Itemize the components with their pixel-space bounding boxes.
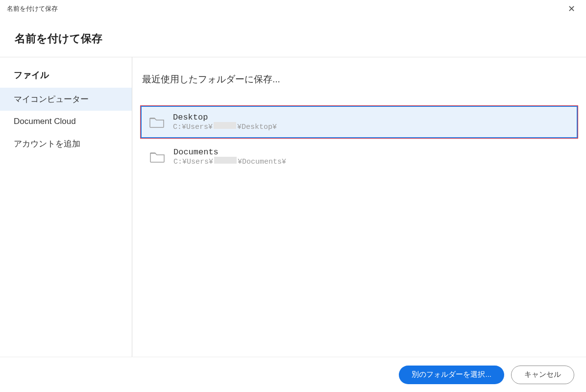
- folder-name: Documents: [173, 147, 286, 157]
- folder-path-suffix: ¥Documents¥: [238, 158, 286, 166]
- sidebar: ファイル マイコンピューター Document Cloud アカウントを追加: [0, 57, 132, 357]
- sidebar-item-document-cloud[interactable]: Document Cloud: [0, 111, 132, 132]
- folder-path-prefix: C:¥Users¥: [173, 158, 213, 166]
- sidebar-item-add-account[interactable]: アカウントを追加: [0, 132, 132, 155]
- folder-path-prefix: C:¥Users¥: [173, 123, 213, 131]
- folder-name: Desktop: [173, 113, 277, 122]
- dialog-heading-wrap: 名前を付けて保存: [0, 18, 586, 57]
- folders-list: Desktop C:¥Users¥ ¥Desktop¥: [140, 105, 578, 174]
- folder-item-documents[interactable]: Documents C:¥Users¥ ¥Documents¥: [140, 140, 578, 174]
- folder-icon: [150, 151, 165, 163]
- titlebar: 名前を付けて保存 ✕: [0, 0, 586, 18]
- dialog-heading: 名前を付けて保存: [15, 31, 571, 46]
- folder-texts: Desktop C:¥Users¥ ¥Desktop¥: [173, 113, 277, 131]
- folder-item-desktop[interactable]: Desktop C:¥Users¥ ¥Desktop¥: [140, 105, 578, 139]
- window-title: 名前を付けて保存: [7, 4, 58, 13]
- close-icon[interactable]: ✕: [564, 1, 579, 16]
- redacted-user: [214, 122, 236, 129]
- folder-path-suffix: ¥Desktop¥: [237, 123, 277, 131]
- sidebar-title: ファイル: [0, 69, 132, 88]
- main-heading: 最近使用したフォルダーに保存...: [140, 73, 578, 86]
- body: ファイル マイコンピューター Document Cloud アカウントを追加 最…: [0, 57, 586, 357]
- folder-path: C:¥Users¥ ¥Documents¥: [173, 157, 286, 166]
- cancel-button[interactable]: キャンセル: [511, 366, 574, 384]
- folder-icon: [149, 116, 164, 128]
- choose-folder-button[interactable]: 別のフォルダーを選択...: [399, 366, 504, 384]
- main-panel: 最近使用したフォルダーに保存... Desktop C:¥Users¥ ¥Des…: [132, 57, 586, 357]
- sidebar-item-my-computer[interactable]: マイコンピューター: [0, 88, 132, 111]
- folder-texts: Documents C:¥Users¥ ¥Documents¥: [173, 147, 286, 166]
- redacted-user: [214, 157, 237, 164]
- footer: 別のフォルダーを選択... キャンセル: [0, 357, 586, 392]
- folder-path: C:¥Users¥ ¥Desktop¥: [173, 122, 277, 131]
